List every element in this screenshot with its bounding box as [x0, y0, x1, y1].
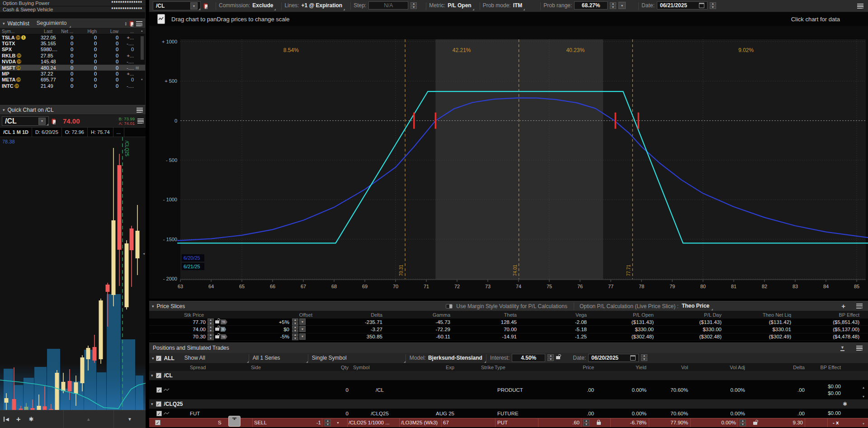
price-slices-menu-icon[interactable] — [856, 304, 863, 309]
alert-badge-icon[interactable] — [203, 3, 208, 9]
collapse-chevron-icon[interactable]: ▾ — [151, 402, 153, 406]
watchlist-row[interactable]: TSLA241322.05000+... — [0, 34, 145, 40]
positions-column-header[interactable]: SpreadSideQtySymbolExpStrikeTypePriceYie… — [149, 364, 868, 371]
unlock-icon[interactable] — [215, 335, 219, 338]
watchlist-row[interactable]: TGTX35.165000-.... — [0, 40, 145, 46]
column-header-qty[interactable]: Qty — [283, 365, 350, 370]
column-header-gamma[interactable]: Gamma — [384, 312, 452, 318]
scroll-down-icon[interactable]: ▾ — [863, 395, 864, 399]
chart-style-icon[interactable] — [157, 14, 165, 24]
chevron-down-icon[interactable]: ▼ — [336, 421, 340, 424]
watchlist-row[interactable]: SPX5980....0000 — [0, 47, 145, 52]
column-header-yield[interactable]: Yield — [597, 365, 649, 370]
remove-trade-button[interactable]: - x — [833, 420, 839, 425]
positions-date-input[interactable]: 06/20/2025 — [588, 354, 639, 362]
qty-stepper[interactable]: ▲▼ — [325, 419, 331, 426]
price-slice-row[interactable]: 70.30▲▼%-5%▲▼▼350.85-60.11-14.91-1.25($3… — [149, 333, 868, 341]
show-all-dropdown[interactable]: Show All — [181, 354, 249, 363]
chart-high[interactable]: H: 75.74 — [88, 128, 113, 137]
interest-stepper[interactable]: ▲▼ — [547, 354, 554, 361]
symbol-combobox[interactable]: /CL ▼ — [153, 1, 201, 10]
column-header-symbol[interactable]: Symbol — [350, 365, 409, 370]
column-header-theo-net-liq[interactable]: Theo Net Liq — [723, 312, 793, 318]
unlock-icon[interactable] — [753, 422, 757, 425]
price-slices-column-header[interactable]: Stk PriceOffsetDeltaGammaThetaVegaP/L Op… — [149, 311, 868, 319]
chart-open[interactable]: O: 72.96 — [62, 128, 88, 137]
commission-dropdown[interactable]: Commission: Exclude — [216, 1, 276, 10]
collapse-chevron-icon[interactable]: ▾ — [152, 356, 154, 361]
offset-stepper[interactable]: ▲▼ — [292, 333, 298, 340]
column-header-2[interactable]: Net ... — [52, 29, 73, 34]
note-icon[interactable]: ▤ — [136, 66, 139, 70]
column-header-strike[interactable]: Strike — [454, 365, 494, 370]
offset-stepper[interactable]: ▲▼ — [292, 319, 298, 325]
offset-mode-tag[interactable]: % — [221, 319, 227, 324]
chevron-down-icon[interactable]: ▼ — [38, 118, 46, 125]
account-row-cash-sweep[interactable]: Cash & Sweep Vehicle ************** — [0, 6, 145, 13]
group-checkbox[interactable] — [156, 373, 161, 378]
collapse-chevron-icon[interactable]: ▾ — [152, 304, 154, 309]
gear-icon[interactable]: ✱ — [25, 416, 38, 423]
vol-adj-stepper[interactable]: ▲▼ — [740, 419, 746, 426]
gear-icon[interactable]: ✱ — [843, 401, 847, 407]
column-header-p-l-day[interactable]: P/L Day — [656, 312, 723, 318]
position-row[interactable]: 0/CLPRODUCT.000.00%70.60%0.00%.00$0.00$0… — [149, 380, 868, 399]
drag-handle-chip[interactable]: ▲ — [228, 416, 241, 427]
calendar-icon[interactable] — [699, 3, 704, 8]
row-checkbox[interactable] — [156, 411, 162, 416]
column-header-offset[interactable]: Offset — [240, 312, 314, 318]
prob-mode-dropdown[interactable]: Prob mode: ITM — [480, 1, 525, 10]
scroll-down-icon[interactable]: ▾ — [141, 78, 143, 81]
column-header-p-l-open[interactable]: P/L Open — [589, 312, 656, 318]
unlock-icon[interactable] — [215, 320, 219, 323]
price-stepper[interactable]: ▲▼ — [583, 419, 590, 426]
watchlist-scrollbar[interactable] — [141, 36, 144, 60]
column-header-delta[interactable]: Delta — [314, 312, 384, 318]
watchlist-row[interactable]: RKLB2427.85000+... — [0, 52, 145, 58]
chevron-down-icon[interactable]: ▼ — [299, 326, 306, 332]
alert-badge-icon[interactable] — [129, 21, 133, 26]
chart-date[interactable]: D: 6/20/25 — [32, 128, 62, 137]
price-slice-row[interactable]: 74.00▲▼$$0▲▼▼-3.27-72.2970.00-5.18$330.0… — [149, 326, 868, 333]
chevron-down-icon[interactable]: ▼ — [190, 2, 198, 10]
column-header-delta[interactable]: Delta — [747, 365, 805, 370]
step-stepper[interactable]: ▲▼ — [410, 2, 417, 9]
add-icon[interactable]: + — [12, 415, 25, 424]
row-checkbox[interactable] — [155, 420, 160, 425]
scroll-up-icon[interactable]: ▴ — [141, 29, 143, 33]
prob-range-input[interactable]: 68.27% — [574, 1, 608, 10]
toolbar-menu-icon[interactable] — [857, 4, 863, 9]
column-header-0[interactable]: Sym... — [2, 29, 41, 34]
account-row-buying-power[interactable]: Option Buying Power ************** — [0, 0, 145, 6]
watchlist-row[interactable]: META24695.770000 — [0, 77, 145, 83]
column-header-5[interactable]: ... — [118, 29, 134, 34]
scroll-up-icon[interactable]: ▲ — [86, 417, 91, 422]
column-header-type[interactable]: Type — [494, 365, 545, 370]
all-checkbox[interactable] — [156, 356, 161, 361]
column-header-1[interactable]: Last — [41, 29, 52, 34]
series-dropdown[interactable]: All 1 Series — [249, 354, 308, 363]
prob-range-stepper[interactable]: ▲▼ — [610, 2, 616, 9]
scroll-down-icon[interactable]: ▼ — [127, 417, 132, 422]
chevron-down-icon[interactable]: ▼ — [299, 319, 306, 325]
positions-menu-icon[interactable] — [856, 346, 863, 351]
chevron-down-icon[interactable]: ▼ — [299, 333, 306, 340]
scroll-up-icon[interactable]: ▴ — [863, 385, 864, 390]
column-header-bp-effect[interactable]: BP Effect — [793, 312, 861, 318]
collapse-chevron-icon[interactable]: ▾ — [151, 373, 153, 378]
watchlist-row[interactable]: NVDA24145.48000-.... — [0, 59, 145, 65]
positions-date-stepper[interactable]: ▲▼ — [641, 354, 647, 361]
lines-dropdown[interactable]: Lines: +1 @ Expiration — [282, 1, 345, 10]
column-header-exp[interactable]: Exp — [409, 365, 454, 370]
watchlist-tab[interactable]: Seguimiento — [32, 19, 71, 28]
column-header-bp-effect[interactable]: BP Effect — [805, 365, 844, 370]
watchlist-row[interactable]: INTC2421.49000-.... — [0, 83, 145, 89]
unlock-icon[interactable] — [215, 328, 219, 331]
scroll-to-bottom-icon[interactable]: ▼ — [840, 345, 844, 351]
model-dropdown[interactable]: Model: Bjerksund-Stensland — [406, 354, 486, 363]
add-slice-icon[interactable]: + — [841, 302, 845, 310]
metric-dropdown[interactable]: Metric: P/L Open — [426, 1, 474, 10]
calendar-icon[interactable] — [630, 355, 636, 361]
price-stepper[interactable]: ▲▼ — [208, 333, 214, 340]
position-group-row[interactable]: ▾/CL — [149, 371, 868, 380]
